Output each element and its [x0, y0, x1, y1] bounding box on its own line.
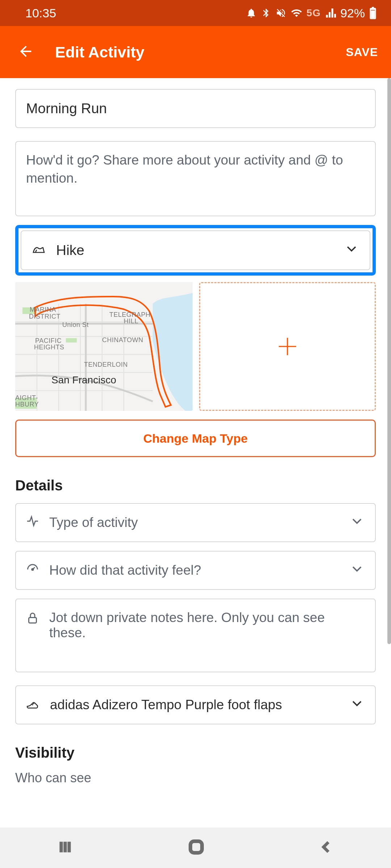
who-can-see-label: Who can see	[15, 770, 376, 786]
back-button[interactable]	[17, 43, 34, 61]
activity-description-input[interactable]: How'd it go? Share more about your activ…	[15, 141, 376, 216]
scrollbar[interactable]	[387, 78, 391, 644]
battery-icon	[369, 7, 377, 19]
mute-icon	[276, 8, 286, 18]
map-label: HILL	[124, 318, 138, 325]
activity-type-label: Hike	[56, 242, 333, 258]
wifi-icon	[291, 7, 302, 19]
activity-pulse-icon	[26, 515, 39, 531]
shoe-icon	[26, 697, 40, 714]
map-label: Union St	[62, 321, 89, 329]
chevron-down-icon	[344, 241, 360, 260]
home-button[interactable]	[188, 838, 205, 857]
system-nav-bar	[0, 827, 391, 868]
alarm-icon	[246, 8, 257, 18]
perceived-exertion-label: How did that activity feel?	[49, 563, 339, 578]
svg-line-23	[33, 703, 34, 704]
save-button[interactable]: SAVE	[346, 46, 378, 59]
back-nav-button[interactable]	[319, 840, 334, 856]
map-thumbnail[interactable]: MARINA DISTRICT TELEGRAPH HILL Union St …	[15, 282, 193, 411]
map-label: CHINATOWN	[102, 336, 143, 344]
battery-pct-label: 92%	[340, 6, 365, 20]
bluetooth-icon	[261, 8, 271, 18]
private-notes-placeholder: Jot down private notes here. Only you ca…	[49, 610, 365, 641]
svg-line-20	[33, 567, 35, 569]
app-header: Edit Activity SAVE	[0, 26, 391, 78]
add-photo-button[interactable]	[199, 282, 376, 411]
gear-label: adidas Adizero Tempo Purple foot flaps	[50, 697, 339, 712]
map-label: MARINA	[30, 306, 56, 314]
gauge-icon	[26, 562, 39, 579]
chevron-down-icon	[349, 561, 365, 580]
status-time: 10:35	[25, 6, 56, 20]
activity-type-selector[interactable]: Hike	[21, 230, 370, 270]
recents-button[interactable]	[57, 839, 73, 856]
svg-line-22	[32, 704, 33, 705]
chevron-down-icon	[349, 695, 365, 715]
content-scroll[interactable]: How'd it go? Share more about your activ…	[0, 78, 391, 827]
signal-icon	[325, 8, 336, 18]
activity-type-highlight: Hike	[15, 225, 376, 276]
map-label: DISTRICT	[29, 313, 60, 320]
private-notes-input[interactable]: Jot down private notes here. Only you ca…	[15, 599, 376, 672]
map-label: HEIGHTS	[34, 344, 64, 351]
network-type-label: 5G	[307, 7, 321, 19]
map-city-label: San Francisco	[51, 374, 116, 386]
lock-icon	[26, 612, 39, 628]
type-of-activity-label: Type of activity	[49, 515, 339, 530]
svg-rect-0	[371, 10, 375, 18]
gear-selector[interactable]: adidas Adizero Tempo Purple foot flaps	[15, 685, 376, 724]
type-of-activity-selector[interactable]: Type of activity	[15, 503, 376, 542]
svg-rect-27	[190, 841, 202, 853]
perceived-exertion-selector[interactable]: How did that activity feel?	[15, 551, 376, 590]
visibility-heading: Visibility	[15, 745, 376, 761]
map-label: HBURY	[15, 401, 39, 408]
change-map-type-button[interactable]: Change Map Type	[15, 420, 376, 457]
details-heading: Details	[15, 477, 376, 494]
chevron-down-icon	[349, 513, 365, 532]
activity-title-input[interactable]	[15, 89, 376, 128]
svg-rect-21	[29, 618, 37, 623]
page-title: Edit Activity	[55, 43, 144, 61]
hike-icon	[31, 242, 46, 259]
map-label: TENDERLOIN	[84, 361, 128, 369]
status-bar: 10:35 5G 92%	[0, 0, 391, 26]
